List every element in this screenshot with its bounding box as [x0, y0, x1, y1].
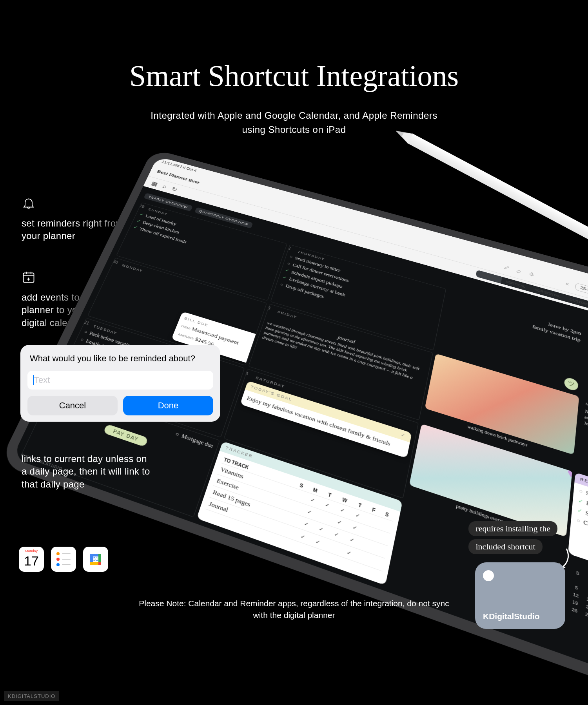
footnote-text: Please Note: Calendar and Reminder apps,… [137, 598, 451, 622]
requires-badge: requires installing the included shortcu… [468, 521, 557, 554]
svg-text:31: 31 [93, 556, 98, 562]
eraser-icon[interactable] [516, 268, 523, 274]
smiley-sticker: ツ [564, 376, 579, 391]
page-subtitle: Integrated with Apple and Google Calenda… [0, 109, 588, 137]
brand-watermark: KDIGITALSTUDIO [4, 691, 59, 701]
svg-rect-1 [531, 272, 533, 275]
shortcut-tile[interactable]: ☻ KDigitalStudio [475, 562, 565, 629]
close-icon[interactable]: × [565, 281, 569, 287]
dialog-title: What would you like to be reminded about… [30, 353, 213, 364]
reminder-prompt-dialog: What would you like to be reminded about… [20, 345, 220, 422]
google-calendar-icon: 31 [83, 547, 108, 572]
sync-icon[interactable]: ↻ [171, 186, 178, 193]
cancel-button[interactable]: Cancel [27, 396, 118, 415]
reminder-text-input[interactable]: Text [27, 371, 213, 390]
payday-sticker: PAY DAY [103, 424, 149, 447]
calendar-plus-icon [22, 270, 36, 284]
mic-icon[interactable] [528, 271, 535, 277]
done-button[interactable]: Done [123, 396, 213, 415]
apple-reminders-icon [51, 547, 76, 572]
bell-icon [22, 196, 36, 210]
apple-calendar-icon: Monday 17 [19, 547, 44, 572]
shortcut-tile-label: KDigitalStudio [483, 612, 557, 621]
pencil-icon[interactable] [503, 264, 510, 270]
integration-app-icons: Monday 17 31 [19, 547, 108, 572]
grid-icon[interactable]: ▦ [151, 180, 159, 187]
link-behavior-note: links to current day unless on a daily p… [22, 453, 155, 491]
search-icon[interactable]: ⌕ [162, 183, 168, 190]
svg-rect-7 [98, 562, 101, 565]
page-title: Smart Shortcut Integrations [0, 59, 588, 93]
smiley-icon: ☻ [483, 570, 494, 581]
